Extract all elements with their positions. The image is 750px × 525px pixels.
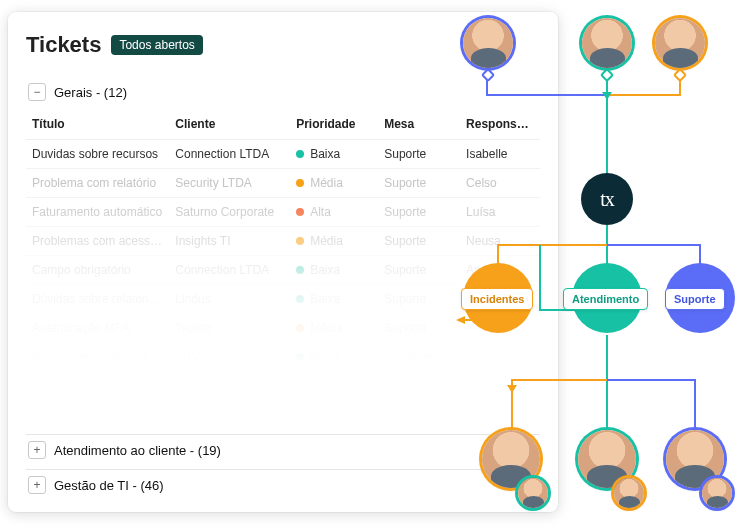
col-header-mesa[interactable]: Mesa bbox=[378, 109, 460, 140]
cell-cliente: — bbox=[169, 372, 290, 401]
table-row[interactable]: Duvidas sobre recursosConnection LTDABai… bbox=[26, 140, 540, 169]
priority-label: Baixa bbox=[310, 147, 340, 161]
cell-mesa: Suporte bbox=[378, 285, 460, 314]
group-label: Atendimento ao cliente - (19) bbox=[54, 443, 221, 458]
cell-mesa: Suporte bbox=[378, 140, 460, 169]
tickets-panel: Tickets Todos abertos − Gerais - (12) Tí… bbox=[8, 12, 558, 512]
brand-logo-text: tx bbox=[600, 188, 614, 211]
cell-prioridade: Média bbox=[290, 314, 378, 343]
svg-marker-0 bbox=[602, 92, 612, 100]
cell-responsavel: — bbox=[460, 343, 540, 372]
priority-label: Alta bbox=[310, 205, 331, 219]
cell-cliente: Teorith bbox=[169, 314, 290, 343]
table-row[interactable]: Problema com relatórioSecurity LTDAMédia… bbox=[26, 169, 540, 198]
cell-mesa: Suporte bbox=[378, 198, 460, 227]
collapse-icon[interactable]: − bbox=[28, 83, 46, 101]
table-row[interactable]: Problemas com acesso…Insights TIMédiaSup… bbox=[26, 227, 540, 256]
cell-cliente: Security LTDA bbox=[169, 169, 290, 198]
cell-prioridade: Alta bbox=[290, 198, 378, 227]
cell-cliente: TDVs bbox=[169, 343, 290, 372]
cell-mesa: Suporte bbox=[378, 227, 460, 256]
avatar bbox=[582, 18, 632, 68]
col-header-cliente[interactable]: Cliente bbox=[169, 109, 290, 140]
cell-cliente: Saturno Corporate bbox=[169, 198, 290, 227]
priority-dot-icon bbox=[296, 411, 304, 419]
cell-titulo: Problema com relatório bbox=[26, 169, 169, 198]
expand-icon[interactable]: + bbox=[28, 441, 46, 459]
cell-titulo: — bbox=[26, 401, 169, 430]
label-incidentes: Incidentes bbox=[461, 288, 533, 310]
priority-dot-icon bbox=[296, 382, 304, 390]
page-title: Tickets bbox=[26, 32, 101, 58]
connector-node-icon bbox=[600, 68, 614, 82]
cell-titulo: Campo obrigatório bbox=[26, 256, 169, 285]
tickets-table: Título Cliente Prioridade Mesa Responsáv… bbox=[26, 109, 540, 430]
col-header-responsavel[interactable]: Responsável bbox=[460, 109, 540, 140]
priority-dot-icon bbox=[296, 295, 304, 303]
cell-titulo: — bbox=[26, 372, 169, 401]
expand-icon[interactable]: + bbox=[28, 476, 46, 494]
cell-mesa: Suporte bbox=[378, 314, 460, 343]
priority-dot-icon bbox=[296, 208, 304, 216]
cell-titulo: Dúvidas sobre relatóri… bbox=[26, 285, 169, 314]
cell-responsavel: — bbox=[460, 372, 540, 401]
cell-prioridade: Alta bbox=[290, 401, 378, 430]
priority-label: Baixa bbox=[310, 292, 340, 306]
cell-mesa: — bbox=[378, 401, 460, 430]
cell-prioridade: Baixa bbox=[290, 140, 378, 169]
cell-responsavel: Neusa bbox=[460, 227, 540, 256]
cell-responsavel: Luísa bbox=[460, 198, 540, 227]
label-suporte: Suporte bbox=[665, 288, 725, 310]
table-header-row: Título Cliente Prioridade Mesa Responsáv… bbox=[26, 109, 540, 140]
cell-mesa: Suporte bbox=[378, 169, 460, 198]
cell-titulo: Permissões indevidas bbox=[26, 343, 169, 372]
connector-node-icon bbox=[673, 68, 687, 82]
priority-label: Baixa bbox=[310, 350, 340, 364]
filter-chip-todos-abertos[interactable]: Todos abertos bbox=[111, 35, 202, 55]
brand-logo-node: tx bbox=[581, 173, 633, 225]
cell-responsavel: Isabelle bbox=[460, 140, 540, 169]
priority-dot-icon bbox=[296, 353, 304, 361]
group-gestao-de-ti[interactable]: + Gestão de TI - (46) bbox=[26, 469, 540, 500]
group-label: Gerais - (12) bbox=[54, 85, 127, 100]
cell-prioridade: Média bbox=[290, 227, 378, 256]
priority-label: Média bbox=[310, 176, 343, 190]
cell-mesa: Incidentes bbox=[378, 343, 460, 372]
cell-cliente: — bbox=[169, 401, 290, 430]
priority-label: Média bbox=[310, 234, 343, 248]
avatar bbox=[518, 478, 548, 508]
table-row[interactable]: Campo obrigatórioConnection LTDABaixaSup… bbox=[26, 256, 540, 285]
table-row[interactable]: Faturamento automáticoSaturno CorporateA… bbox=[26, 198, 540, 227]
col-header-titulo[interactable]: Título bbox=[26, 109, 169, 140]
avatar bbox=[655, 18, 705, 68]
priority-label: Baixa bbox=[310, 263, 340, 277]
group-atendimento-ao-cliente[interactable]: + Atendimento ao cliente - (19) bbox=[26, 434, 540, 465]
cell-responsavel: — bbox=[460, 401, 540, 430]
cell-cliente: Lindus bbox=[169, 285, 290, 314]
table-row[interactable]: ——Alta—— bbox=[26, 401, 540, 430]
cell-cliente: Insights TI bbox=[169, 227, 290, 256]
cell-titulo: Duvidas sobre recursos bbox=[26, 140, 169, 169]
priority-label: Alta bbox=[310, 408, 331, 422]
cell-prioridade: Média bbox=[290, 169, 378, 198]
label-atendimento: Atendimento bbox=[563, 288, 648, 310]
priority-dot-icon bbox=[296, 237, 304, 245]
group-label: Gestão de TI - (46) bbox=[54, 478, 164, 493]
priority-label: Média bbox=[310, 379, 343, 393]
table-row[interactable]: Permissões indevidasTDVsBaixaIncidentes— bbox=[26, 343, 540, 372]
col-header-prioridade[interactable]: Prioridade bbox=[290, 109, 378, 140]
table-row[interactable]: ——MédiaIncidentes— bbox=[26, 372, 540, 401]
cell-prioridade: Baixa bbox=[290, 285, 378, 314]
group-gerais[interactable]: − Gerais - (12) bbox=[26, 76, 540, 107]
avatar bbox=[614, 478, 644, 508]
avatar bbox=[463, 18, 513, 68]
cell-prioridade: Média bbox=[290, 372, 378, 401]
cell-responsavel: Celso bbox=[460, 169, 540, 198]
cell-mesa: Suporte bbox=[378, 256, 460, 285]
priority-dot-icon bbox=[296, 324, 304, 332]
cell-titulo: Faturamento automático bbox=[26, 198, 169, 227]
table-row[interactable]: Autenticação MFATeorithMédiaSuporte— bbox=[26, 314, 540, 343]
cell-prioridade: Baixa bbox=[290, 256, 378, 285]
priority-label: Média bbox=[310, 321, 343, 335]
cell-cliente: Connection LTDA bbox=[169, 256, 290, 285]
